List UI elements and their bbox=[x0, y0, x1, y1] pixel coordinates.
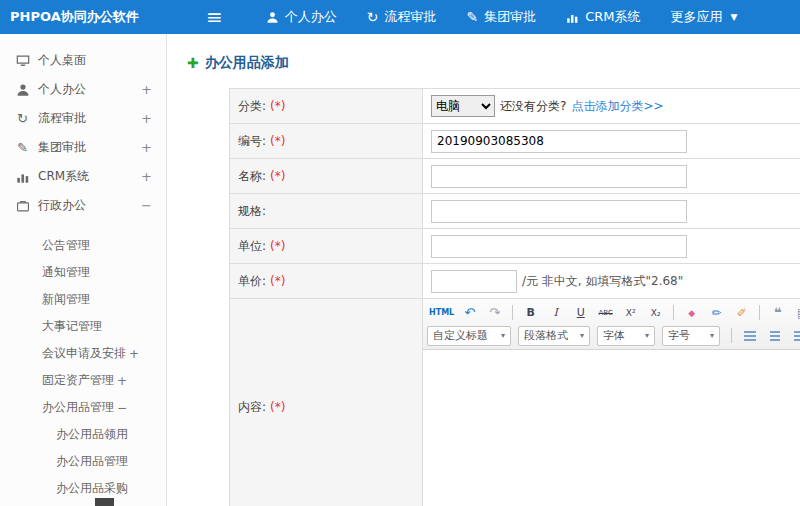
remove-format-icon[interactable]: ◆ bbox=[680, 303, 703, 322]
nav-item-more-apps[interactable]: 更多应用 ▼ bbox=[656, 0, 753, 34]
name-input[interactable] bbox=[431, 165, 687, 188]
form-row-code: 编号: (*) bbox=[230, 124, 800, 159]
form-row-price: 单价: (*) /元 非中文, 如填写格式"2.68" bbox=[230, 264, 800, 299]
sidebar-item-workflow-approval[interactable]: ↻ 流程审批 + bbox=[0, 104, 166, 133]
undo-button[interactable]: ↶ bbox=[458, 303, 481, 322]
sub-item-label: 通知管理 bbox=[42, 264, 90, 281]
spec-input[interactable] bbox=[431, 200, 687, 223]
unit-input[interactable] bbox=[431, 235, 687, 258]
subscript-button[interactable]: X₂ bbox=[644, 303, 667, 322]
person-icon bbox=[14, 83, 31, 97]
nav-item-crm[interactable]: CRM系统 bbox=[551, 0, 655, 34]
field-label: 分类: bbox=[238, 98, 266, 115]
sidebar-item-supplies-claim[interactable]: 办公用品领用 bbox=[0, 421, 166, 448]
nav-item-workflow-approval[interactable]: ↻ 流程审批 bbox=[352, 0, 452, 34]
flow-icon: ↻ bbox=[14, 111, 31, 126]
field-label: 规格: bbox=[238, 203, 266, 220]
sidebar-item-admin-office[interactable]: 行政办公 − bbox=[0, 191, 166, 220]
paragraph-format-select[interactable]: 段落格式 ▾ bbox=[518, 326, 590, 346]
format-brush-icon[interactable]: ✏ bbox=[705, 303, 728, 322]
heading-select[interactable]: 自定义标题 ▾ bbox=[427, 326, 511, 346]
price-hint: /元 非中文, 如填写格式"2.68" bbox=[522, 273, 683, 290]
nav-label: 集团审批 bbox=[484, 8, 536, 26]
field-label: 编号: bbox=[238, 133, 266, 150]
align-center-icon bbox=[770, 331, 780, 341]
paste-plain-icon[interactable]: ▤ bbox=[791, 303, 800, 322]
required-mark: (*) bbox=[270, 400, 285, 414]
category-select[interactable]: 电脑 bbox=[431, 95, 495, 117]
desktop-icon bbox=[14, 54, 31, 68]
scrollbar-thumb[interactable] bbox=[95, 498, 114, 506]
hamburger-icon[interactable]: ≡ bbox=[206, 7, 223, 27]
expand-indicator[interactable]: + bbox=[141, 111, 152, 126]
editor-toolbar-row-2: 自定义标题 ▾ 段落格式 ▾ 字体 ▾ bbox=[427, 324, 800, 347]
strikethrough-button[interactable]: ABC bbox=[594, 303, 617, 322]
sidebar-item-supplies-manage[interactable]: 办公用品管理 bbox=[0, 448, 166, 475]
category-hint: 还没有分类? bbox=[500, 98, 566, 115]
top-navbar: PHPOA协同办公软件 ≡ 个人办公 ↻ 流程审批 ✎ 集团审批 CRM系统 更… bbox=[0, 0, 800, 34]
collapse-indicator[interactable]: − bbox=[141, 198, 152, 213]
required-mark: (*) bbox=[270, 134, 285, 148]
page-title: ✚ 办公用品添加 bbox=[187, 54, 800, 72]
form-row-content: 内容: (*) HTML ↶ ↷ B I bbox=[230, 299, 800, 506]
font-size-select[interactable]: 字号 ▾ bbox=[662, 326, 720, 346]
sidebar-item-meeting-request[interactable]: 会议申请及安排 + bbox=[0, 340, 166, 367]
expand-indicator[interactable]: + bbox=[117, 374, 127, 388]
redo-button[interactable]: ↷ bbox=[483, 303, 506, 322]
dropdown-label: 字号 bbox=[668, 328, 690, 343]
dropdown-label: 字体 bbox=[603, 328, 625, 343]
nav-label: 更多应用 bbox=[671, 8, 723, 26]
chart-icon bbox=[566, 11, 579, 24]
sidebar-item-notice-mgmt[interactable]: 通知管理 bbox=[0, 259, 166, 286]
expand-indicator[interactable]: + bbox=[141, 82, 152, 97]
bold-button[interactable]: B bbox=[519, 303, 542, 322]
sidebar-item-personal-office[interactable]: 个人办公 + bbox=[0, 75, 166, 104]
html-source-button[interactable]: HTML bbox=[427, 303, 456, 322]
sidebar-item-personal-desktop[interactable]: 个人桌面 bbox=[0, 46, 166, 75]
sub-item-label: 办公用品管理 bbox=[56, 453, 128, 470]
sub-item-label: 会议申请及安排 bbox=[42, 345, 126, 362]
sidebar-item-label: 个人办公 bbox=[38, 81, 86, 98]
expand-indicator[interactable]: + bbox=[129, 347, 139, 361]
align-right-icon bbox=[794, 331, 800, 341]
nav-item-group-approval[interactable]: ✎ 集团审批 bbox=[452, 0, 552, 34]
superscript-button[interactable]: X² bbox=[619, 303, 642, 322]
align-right-button[interactable] bbox=[788, 326, 800, 345]
caret-down-icon: ▾ bbox=[580, 331, 584, 340]
sidebar-item-events-mgmt[interactable]: 大事记管理 bbox=[0, 313, 166, 340]
nav-item-personal-office[interactable]: 个人办公 bbox=[251, 0, 352, 34]
rich-text-editor: HTML ↶ ↷ B I U ABC X² X₂ bbox=[423, 299, 800, 506]
editor-content-area[interactable] bbox=[423, 350, 800, 506]
expand-indicator[interactable]: + bbox=[141, 169, 152, 184]
sidebar-item-label: 个人桌面 bbox=[38, 52, 86, 69]
sidebar-item-crm[interactable]: CRM系统 + bbox=[0, 162, 166, 191]
sidebar-item-fixed-assets[interactable]: 固定资产管理 + bbox=[0, 367, 166, 394]
add-category-link[interactable]: 点击添加分类>> bbox=[571, 98, 663, 115]
sidebar-item-supplies-purchase[interactable]: 办公用品采购 bbox=[0, 475, 166, 502]
align-center-button[interactable] bbox=[763, 326, 786, 345]
highlighter-icon[interactable]: ✐ bbox=[730, 303, 753, 322]
form-row-spec: 规格: bbox=[230, 194, 800, 229]
price-input[interactable] bbox=[431, 270, 517, 293]
caret-down-icon: ▾ bbox=[645, 331, 649, 340]
dropdown-label: 自定义标题 bbox=[433, 328, 488, 343]
toolbar-separator bbox=[673, 305, 674, 320]
code-input[interactable] bbox=[431, 130, 687, 153]
italic-button[interactable]: I bbox=[544, 303, 567, 322]
expand-indicator[interactable]: + bbox=[141, 140, 152, 155]
required-mark: (*) bbox=[270, 99, 285, 113]
underline-button[interactable]: U bbox=[569, 303, 592, 322]
sidebar-item-group-approval[interactable]: ✎ 集团审批 + bbox=[0, 133, 166, 162]
sidebar-item-announcement-mgmt[interactable]: 公告管理 bbox=[0, 232, 166, 259]
collapse-indicator[interactable]: − bbox=[117, 401, 127, 415]
sidebar-item-office-supplies-mgmt[interactable]: 办公用品管理 − bbox=[0, 394, 166, 421]
chart-icon bbox=[14, 170, 31, 184]
caret-down-icon: ▾ bbox=[710, 331, 714, 340]
editor-toolbar-row-1: HTML ↶ ↷ B I U ABC X² X₂ bbox=[427, 301, 800, 324]
nav-label: 个人办公 bbox=[285, 8, 337, 26]
align-left-button[interactable] bbox=[738, 326, 761, 345]
blockquote-icon[interactable]: ❝ bbox=[766, 303, 789, 322]
sidebar-item-news-mgmt[interactable]: 新闻管理 bbox=[0, 286, 166, 313]
field-label: 单位: bbox=[238, 238, 266, 255]
font-family-select[interactable]: 字体 ▾ bbox=[597, 326, 655, 346]
